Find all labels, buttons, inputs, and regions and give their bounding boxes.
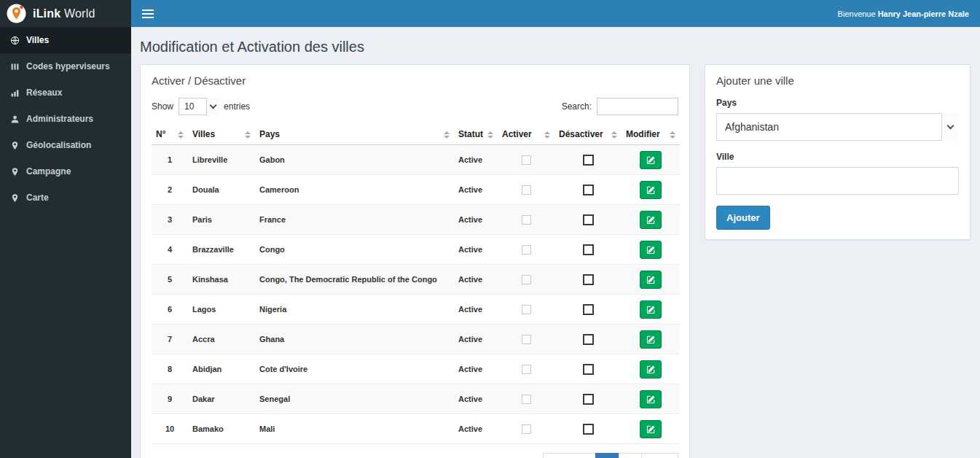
ajouter-button[interactable]: Ajouter: [716, 206, 770, 230]
row-number-cell: 9: [152, 384, 188, 414]
modifier-button[interactable]: [640, 151, 662, 169]
navbar-strip: Bienvenue Hanry Jean-pierre Nzale: [131, 0, 980, 27]
activer-checkbox: [522, 215, 531, 225]
activer-checkbox: [522, 335, 531, 344]
sort-icon[interactable]: [670, 131, 675, 139]
desactiver-checkbox[interactable]: [583, 304, 594, 315]
column-header-pays[interactable]: Pays: [255, 124, 454, 145]
activer-checkbox: [522, 185, 531, 195]
search-input[interactable]: [597, 98, 678, 115]
statut-cell: Active: [454, 145, 498, 175]
desactiver-checkbox[interactable]: [583, 244, 594, 255]
sort-icon[interactable]: [444, 131, 450, 139]
column-header-statut[interactable]: Statut: [454, 124, 498, 145]
statut-cell: Active: [454, 205, 498, 235]
column-header-villes[interactable]: Villes: [188, 124, 255, 145]
statut-cell: Active: [454, 295, 498, 325]
table-row: 9 Dakar Senegal Active: [152, 384, 680, 414]
desactiver-checkbox[interactable]: [583, 274, 594, 285]
sidebar-toggle-icon[interactable]: [142, 9, 154, 18]
villes-table-body: 1 Libreville Gabon Active 2 Douala Camer…: [152, 145, 680, 444]
sort-icon[interactable]: [611, 131, 617, 139]
desactiver-checkbox[interactable]: [583, 155, 594, 166]
map-pin-icon: [10, 141, 20, 150]
ville-cell: Accra: [188, 325, 255, 354]
sort-icon[interactable]: [178, 131, 184, 139]
modifier-button[interactable]: [640, 241, 662, 259]
edit-pencil-icon: [646, 424, 656, 434]
pays-cell: Mali: [255, 414, 454, 444]
sidebar-item-label: Administrateurs: [26, 114, 93, 124]
column-header-activer[interactable]: Activer: [498, 124, 554, 145]
pays-cell: Senegal: [255, 384, 454, 414]
edit-pencil-icon: [646, 335, 656, 344]
map-pin-icon: [10, 167, 20, 176]
ville-cell: Lagos: [188, 295, 255, 325]
statut-cell: Active: [454, 325, 498, 354]
table-info: Showing 1 to 10 of 17 entries: [152, 453, 272, 458]
pagination-next-button[interactable]: Next: [641, 453, 678, 458]
modifier-button[interactable]: [640, 360, 662, 379]
desactiver-checkbox[interactable]: [583, 214, 594, 225]
statut-cell: Active: [454, 384, 498, 414]
sidebar-item-label: Villes: [26, 35, 49, 45]
activer-checkbox: [522, 424, 531, 434]
sidebar-item-label: Carte: [26, 193, 49, 203]
sort-icon[interactable]: [245, 131, 251, 139]
desactiver-checkbox[interactable]: [583, 394, 594, 405]
row-number-cell: 7: [152, 325, 188, 354]
sidebar-item-villes[interactable]: Villes: [0, 27, 131, 53]
app-logo-icon: [7, 4, 26, 23]
modifier-button[interactable]: [640, 300, 662, 319]
row-number-cell: 1: [152, 145, 188, 175]
sidebar-item-codes-hyperviseurs[interactable]: Codes hyperviseurs: [0, 53, 131, 79]
desactiver-checkbox[interactable]: [583, 364, 594, 375]
brand[interactable]: iLink World: [0, 0, 131, 27]
sort-icon[interactable]: [544, 131, 550, 139]
column-header-num[interactable]: N°: [152, 124, 188, 145]
sidebar-item-carte[interactable]: Carte: [0, 185, 131, 211]
pagination-page-1-button[interactable]: 1: [595, 453, 619, 458]
activer-checkbox: [522, 245, 531, 255]
column-header-desactiver[interactable]: Désactiver: [554, 124, 622, 145]
sidebar-item-geolocalisation[interactable]: Géolocalisation: [0, 132, 131, 158]
modifier-button[interactable]: [640, 390, 662, 408]
column-header-modifier[interactable]: Modifier: [622, 124, 680, 145]
page-length-select-wrapper: 10: [179, 98, 219, 115]
pays-select-wrapper: Afghanistan: [716, 113, 959, 141]
sort-icon[interactable]: [487, 131, 493, 139]
pays-select[interactable]: Afghanistan: [716, 113, 959, 141]
sidebar-item-reseaux[interactable]: Réseaux: [0, 79, 131, 106]
sidebar-item-administrateurs[interactable]: Administrateurs: [0, 106, 131, 132]
modifier-button[interactable]: [640, 211, 662, 229]
ville-input[interactable]: [716, 167, 959, 195]
pays-label: Pays: [716, 98, 959, 108]
sidebar-item-label: Géolocalisation: [26, 140, 91, 150]
villes-table: N° Villes Pays Statut Activer Désactiver…: [152, 124, 680, 444]
modifier-button[interactable]: [640, 271, 662, 289]
modifier-button[interactable]: [640, 330, 662, 349]
pagination-previous-button[interactable]: Previous: [543, 453, 596, 458]
datatable-controls: Show 10 entries Search:: [152, 98, 678, 115]
desactiver-checkbox[interactable]: [583, 334, 594, 345]
statut-cell: Active: [454, 265, 498, 295]
modifier-button[interactable]: [640, 181, 662, 199]
pays-cell: Congo: [255, 235, 454, 265]
sidebar-item-label: Campagne: [26, 166, 71, 176]
table-row: 7 Accra Ghana Active: [152, 325, 680, 354]
modifier-button[interactable]: [640, 420, 662, 438]
activer-checkbox: [522, 305, 531, 314]
ville-cell: Douala: [188, 175, 255, 205]
pays-cell: France: [255, 205, 454, 235]
desactiver-checkbox[interactable]: [583, 185, 594, 195]
row-number-cell: 5: [152, 265, 188, 295]
desactiver-checkbox[interactable]: [583, 424, 594, 435]
activer-checkbox: [522, 365, 531, 374]
page-length-select[interactable]: 10: [179, 98, 219, 115]
sidebar-item-campagne[interactable]: Campagne: [0, 158, 131, 185]
pagination-page-2-button[interactable]: 2: [619, 453, 643, 458]
pays-cell: Nigeria: [255, 295, 454, 325]
entries-label: entries: [224, 101, 250, 112]
statut-cell: Active: [454, 414, 498, 444]
sidebar: Villes Codes hyperviseurs Réseaux Admini…: [0, 27, 131, 458]
